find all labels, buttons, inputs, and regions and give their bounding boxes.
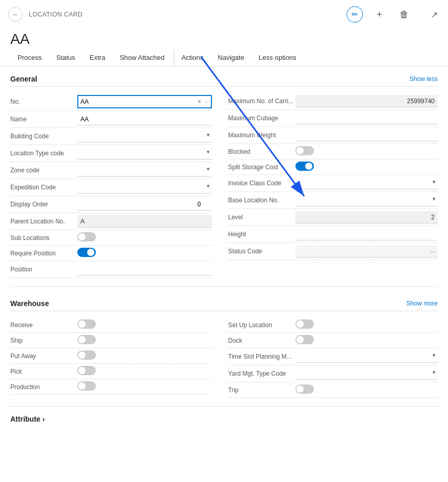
dock-toggle[interactable]	[295, 335, 314, 344]
field-no-value[interactable]: × ···	[77, 95, 212, 108]
no-clear-btn[interactable]: ×	[196, 98, 203, 105]
general-section: General Show less No. × ···	[0, 67, 448, 282]
field-display-order-value[interactable]	[77, 198, 212, 211]
put-away-toggle[interactable]	[77, 350, 96, 360]
yard-mgt-select[interactable]	[295, 367, 438, 380]
field-zone-code-value[interactable]	[77, 164, 212, 176]
no-input[interactable]	[78, 96, 196, 107]
display-order-input[interactable]	[77, 198, 212, 211]
field-max-carri-label: Maximum No. of Carri...	[228, 98, 295, 105]
expand-button[interactable]: ↗	[431, 10, 438, 20]
back-button[interactable]: ←	[8, 7, 23, 22]
field-parent-location: Parent Location No. A	[10, 213, 212, 230]
name-input[interactable]	[77, 113, 212, 125]
max-weight-input[interactable]	[295, 129, 438, 141]
tab-process[interactable]: Process	[10, 50, 49, 67]
status-code-dots[interactable]: ···	[430, 248, 436, 255]
field-receive: Receive	[10, 317, 212, 333]
expedition-code-select[interactable]	[77, 181, 212, 194]
field-production-value[interactable]	[77, 381, 212, 392]
field-receive-value[interactable]	[77, 319, 212, 330]
split-storage-toggle[interactable]	[295, 162, 314, 171]
tab-status[interactable]: Status	[49, 50, 82, 67]
tab-actions[interactable]: Actions	[174, 50, 211, 67]
field-invoice-class-label: Invoice Class Code	[228, 180, 295, 187]
require-position-toggle[interactable]	[77, 248, 96, 257]
edit-button[interactable]: ✏	[346, 6, 363, 23]
trip-toggle[interactable]	[295, 384, 314, 394]
field-max-cubage-value[interactable]	[295, 112, 438, 124]
field-ship-value[interactable]	[77, 335, 212, 346]
field-location-type-value[interactable]	[77, 147, 212, 159]
field-building-code-value[interactable]	[77, 130, 212, 142]
field-name-label: Name	[10, 116, 77, 123]
tab-extra[interactable]: Extra	[82, 50, 112, 67]
field-split-storage-value[interactable]	[295, 162, 438, 172]
field-base-location-value[interactable]	[295, 194, 438, 206]
building-code-select[interactable]	[77, 130, 212, 142]
pick-toggle[interactable]	[77, 366, 96, 375]
blocked-toggle[interactable]	[295, 146, 314, 155]
position-input[interactable]	[77, 263, 212, 276]
general-toggle[interactable]: Show less	[409, 75, 438, 83]
page-title: AA	[0, 27, 448, 50]
field-require-position: Require Position	[10, 246, 212, 261]
field-pick: Pick	[10, 364, 212, 379]
field-display-order: Display Order	[10, 196, 212, 213]
field-trip-value[interactable]	[295, 384, 438, 395]
field-split-storage-label: Split Storage Cost	[228, 164, 295, 171]
field-require-position-value[interactable]	[77, 248, 212, 259]
field-production-label: Production	[10, 383, 77, 391]
field-zone-code: Zone code	[10, 162, 212, 179]
field-dock-value[interactable]	[295, 335, 438, 346]
field-invoice-class: Invoice Class Code	[228, 175, 438, 192]
warehouse-section: Warehouse Show more Receive Ship	[0, 291, 448, 402]
field-blocked-value[interactable]	[295, 146, 438, 157]
location-type-select[interactable]	[77, 147, 212, 159]
max-cubage-input[interactable]	[295, 112, 438, 124]
field-max-weight-value[interactable]	[295, 129, 438, 141]
field-building-code-label: Building Code	[10, 133, 77, 140]
field-dock-label: Dock	[228, 337, 295, 344]
no-more-btn[interactable]: ···	[203, 99, 210, 105]
expand-icon: ↗	[431, 10, 438, 19]
tab-show-attached[interactable]: Show Attached	[112, 50, 172, 67]
field-setup-location-value[interactable]	[295, 319, 438, 330]
field-invoice-class-value[interactable]	[295, 177, 438, 189]
delete-button[interactable]: 🗑	[396, 6, 412, 23]
field-expedition-code-value[interactable]	[77, 181, 212, 194]
field-sub-locations-value[interactable]	[77, 232, 212, 243]
field-level: Level 2	[228, 209, 438, 226]
production-toggle[interactable]	[77, 381, 96, 391]
receive-toggle[interactable]	[77, 319, 96, 329]
no-input-wrapper: × ···	[77, 95, 212, 108]
warehouse-toggle[interactable]: Show more	[406, 300, 438, 307]
time-slot-select[interactable]	[295, 350, 438, 363]
field-put-away-value[interactable]	[77, 350, 212, 361]
general-form: No. × ··· Name	[10, 93, 438, 278]
field-time-slot-value[interactable]	[295, 350, 438, 363]
field-name-value[interactable]	[77, 113, 212, 125]
field-position-value[interactable]	[77, 263, 212, 276]
attribute-title[interactable]: Attribute ›	[10, 415, 45, 423]
page: ← LOCATION CARD ✏ + 🗑 ↗ AA Process Statu…	[0, 0, 448, 482]
invoice-class-select[interactable]	[295, 177, 438, 189]
add-button[interactable]: +	[371, 6, 388, 23]
field-require-position-label: Require Position	[10, 250, 77, 257]
zone-code-select[interactable]	[77, 164, 212, 176]
setup-location-toggle[interactable]	[295, 319, 314, 329]
field-time-slot-label: Time Slot Planning M...	[228, 353, 295, 360]
sub-locations-toggle[interactable]	[77, 232, 96, 242]
field-expedition-code-label: Expedition Code	[10, 184, 77, 191]
field-max-carri: Maximum No. of Carri... 25999740	[228, 93, 438, 110]
height-input[interactable]	[295, 228, 438, 240]
ship-toggle[interactable]	[77, 335, 96, 344]
field-yard-mgt-value[interactable]	[295, 367, 438, 380]
field-pick-value[interactable]	[77, 366, 212, 377]
base-location-select[interactable]	[295, 194, 438, 206]
tab-navigate[interactable]: Navigate	[211, 50, 252, 67]
field-height-value[interactable]	[295, 228, 438, 240]
header-actions: ✏ + 🗑 ↗	[346, 6, 438, 23]
tab-less-options[interactable]: Less options	[252, 50, 304, 67]
field-ship-label: Ship	[10, 337, 77, 344]
